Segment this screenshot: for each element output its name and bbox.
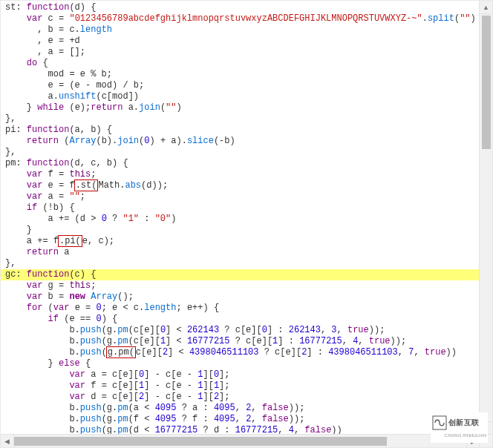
horizontal-scrollbar[interactable] xyxy=(1,434,480,447)
code-line[interactable]: mod = e % b; xyxy=(1,69,492,80)
code-line[interactable]: b.push(g.pm(c[e][0] < 262143 ? c[e][0] :… xyxy=(1,325,492,336)
code-line[interactable]: }, xyxy=(1,113,492,125)
code-line[interactable]: if (!b) { xyxy=(1,202,492,214)
code-line[interactable]: var f = c[e][1] - c[e - 1][1]; xyxy=(1,381,492,392)
code-line[interactable]: a += f.pi(e, c); xyxy=(1,236,492,247)
code-line[interactable]: return a xyxy=(1,247,492,258)
code-line[interactable]: do { xyxy=(1,58,492,69)
code-line[interactable]: , a = []; xyxy=(1,47,492,58)
code-line[interactable]: pm: function(d, c, b) { xyxy=(1,158,492,169)
watermark-text: 创新互联 xyxy=(448,418,480,426)
watermark: 创新互联 CXIANG.XINHULIAN xyxy=(431,412,488,443)
code-line[interactable]: pi: function(a, b) { xyxy=(1,125,492,136)
code-line[interactable]: var a = ""; xyxy=(1,191,492,202)
code-line[interactable]: b.push(g.pm(c[e][2] < 4398046511103 ? c[… xyxy=(1,347,492,358)
code-line[interactable]: for (var e = 0; e < c.length; e++) { xyxy=(1,303,492,314)
code-line[interactable]: b.push(g.pm(f < 4095 ? f : 4095, 2, fals… xyxy=(1,414,492,425)
vertical-scrollbar[interactable] xyxy=(479,1,492,435)
code-line[interactable]: b.push(g.pm(a < 4095 ? a : 4095, 2, fals… xyxy=(1,403,492,414)
scroll-left-arrow[interactable]: ◀ xyxy=(1,435,14,447)
code-line[interactable]: var c = "0123456789abcdefghijklmnopqrstu… xyxy=(1,13,492,24)
code-line[interactable]: var f = this; xyxy=(1,169,492,180)
code-line[interactable]: var e = f.st(Math.abs(d)); xyxy=(1,180,492,191)
code-line[interactable]: var d = c[e][2] - c[e - 1][2]; xyxy=(1,392,492,403)
horizontal-scroll-thumb[interactable] xyxy=(1,437,387,446)
code-line[interactable]: a += (d > 0 ? "1" : "0") xyxy=(1,214,492,225)
code-line[interactable]: } else { xyxy=(1,358,492,369)
code-line[interactable]: a.unshift(c[mod]) xyxy=(1,91,492,102)
code-line[interactable]: gc: function(c) { xyxy=(1,269,493,280)
code-line[interactable]: , b = c.length xyxy=(1,24,492,36)
code-line[interactable]: st: function(d) { xyxy=(1,2,492,13)
code-line[interactable]: } while (e);return a.join("") xyxy=(1,102,492,113)
code-line[interactable]: var g = this; xyxy=(1,280,492,291)
watermark-subtext: CXIANG.XINHULIAN xyxy=(444,433,486,438)
code-line[interactable]: }, xyxy=(1,258,492,269)
code-block[interactable]: st: function(d) { var c = "0123456789abc… xyxy=(1,1,492,448)
code-line[interactable]: , e = +d xyxy=(1,36,492,47)
vertical-scroll-thumb[interactable] xyxy=(482,16,491,149)
code-line[interactable]: if (e == 0) { xyxy=(1,314,492,325)
code-line[interactable]: b.push(g.pm(c[e][1] < 16777215 ? c[e][1]… xyxy=(1,336,492,347)
code-line[interactable]: var a = c[e][0] - c[e - 1][0]; xyxy=(1,369,492,381)
code-line[interactable]: var b = new Array(); xyxy=(1,291,492,303)
code-viewer: st: function(d) { var c = "0123456789abc… xyxy=(0,0,493,448)
code-line[interactable]: e = (e - mod) / b; xyxy=(1,80,492,91)
scroll-up-arrow[interactable]: ▲ xyxy=(480,1,492,14)
code-line[interactable]: return (Array(b).join(0) + a).slice(-b) xyxy=(1,136,492,147)
code-line[interactable]: }, xyxy=(1,147,492,158)
code-line[interactable]: } xyxy=(1,225,492,236)
